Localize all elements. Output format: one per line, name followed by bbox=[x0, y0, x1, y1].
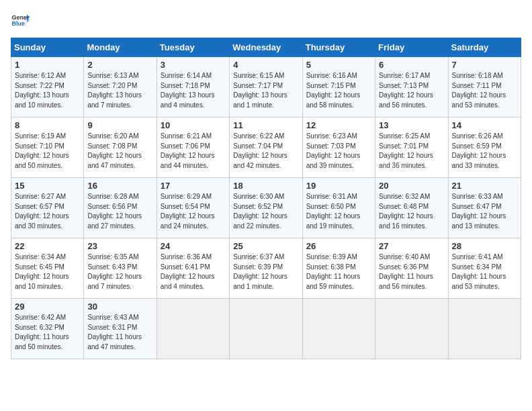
calendar-cell bbox=[157, 299, 229, 359]
calendar-cell: 20 Sunrise: 6:32 AM Sunset: 6:48 PM Dayl… bbox=[375, 178, 448, 238]
day-number: 23 bbox=[87, 241, 152, 251]
day-info: Sunrise: 6:21 AM Sunset: 7:06 PM Dayligh… bbox=[161, 132, 226, 171]
day-info: Sunrise: 6:19 AM Sunset: 7:10 PM Dayligh… bbox=[15, 132, 80, 171]
col-header-monday: Monday bbox=[84, 38, 157, 57]
col-header-tuesday: Tuesday bbox=[157, 38, 229, 57]
calendar-cell: 30 Sunrise: 6:43 AM Sunset: 6:31 PM Dayl… bbox=[84, 299, 157, 359]
day-info: Sunrise: 6:40 AM Sunset: 6:36 PM Dayligh… bbox=[379, 253, 444, 291]
day-info: Sunrise: 6:29 AM Sunset: 6:54 PM Dayligh… bbox=[161, 192, 226, 231]
calendar-cell: 29 Sunrise: 6:42 AM Sunset: 6:32 PM Dayl… bbox=[11, 299, 84, 359]
day-info: Sunrise: 6:16 AM Sunset: 7:15 PM Dayligh… bbox=[306, 71, 371, 110]
day-number: 24 bbox=[161, 241, 226, 251]
day-info: Sunrise: 6:30 AM Sunset: 6:52 PM Dayligh… bbox=[233, 192, 298, 231]
logo: General Blue bbox=[11, 11, 34, 30]
calendar-cell: 15 Sunrise: 6:27 AM Sunset: 6:57 PM Dayl… bbox=[11, 178, 84, 238]
calendar-cell: 1 Sunrise: 6:12 AM Sunset: 7:22 PM Dayli… bbox=[11, 57, 84, 118]
day-info: Sunrise: 6:23 AM Sunset: 7:03 PM Dayligh… bbox=[306, 132, 371, 171]
day-info: Sunrise: 6:27 AM Sunset: 6:57 PM Dayligh… bbox=[15, 192, 80, 231]
day-info: Sunrise: 6:37 AM Sunset: 6:39 PM Dayligh… bbox=[233, 253, 298, 291]
calendar-cell: 27 Sunrise: 6:40 AM Sunset: 6:36 PM Dayl… bbox=[375, 238, 448, 299]
day-number: 14 bbox=[452, 120, 517, 130]
day-number: 9 bbox=[87, 120, 152, 130]
day-number: 17 bbox=[161, 181, 226, 191]
day-number: 8 bbox=[15, 120, 80, 130]
logo-icon: General Blue bbox=[11, 11, 30, 30]
day-info: Sunrise: 6:20 AM Sunset: 7:08 PM Dayligh… bbox=[87, 132, 152, 171]
day-number: 26 bbox=[306, 241, 371, 251]
col-header-wednesday: Wednesday bbox=[230, 38, 302, 57]
calendar-cell: 9 Sunrise: 6:20 AM Sunset: 7:08 PM Dayli… bbox=[84, 118, 157, 178]
calendar-cell: 13 Sunrise: 6:25 AM Sunset: 7:01 PM Dayl… bbox=[375, 118, 448, 178]
calendar-cell: 22 Sunrise: 6:34 AM Sunset: 6:45 PM Dayl… bbox=[11, 238, 84, 299]
day-number: 28 bbox=[452, 241, 517, 251]
calendar-cell: 18 Sunrise: 6:30 AM Sunset: 6:52 PM Dayl… bbox=[230, 178, 302, 238]
day-info: Sunrise: 6:34 AM Sunset: 6:45 PM Dayligh… bbox=[15, 253, 80, 291]
calendar-cell: 7 Sunrise: 6:18 AM Sunset: 7:11 PM Dayli… bbox=[448, 57, 521, 118]
day-number: 20 bbox=[379, 181, 444, 191]
calendar-cell: 8 Sunrise: 6:19 AM Sunset: 7:10 PM Dayli… bbox=[11, 118, 84, 178]
calendar-cell: 26 Sunrise: 6:39 AM Sunset: 6:38 PM Dayl… bbox=[302, 238, 375, 299]
day-info: Sunrise: 6:25 AM Sunset: 7:01 PM Dayligh… bbox=[379, 132, 444, 171]
day-info: Sunrise: 6:18 AM Sunset: 7:11 PM Dayligh… bbox=[452, 71, 517, 110]
day-number: 27 bbox=[379, 241, 444, 251]
day-number: 15 bbox=[15, 181, 80, 191]
day-number: 2 bbox=[87, 60, 152, 70]
calendar-cell: 5 Sunrise: 6:16 AM Sunset: 7:15 PM Dayli… bbox=[302, 57, 375, 118]
calendar-cell: 14 Sunrise: 6:26 AM Sunset: 6:59 PM Dayl… bbox=[448, 118, 521, 178]
day-info: Sunrise: 6:39 AM Sunset: 6:38 PM Dayligh… bbox=[306, 253, 371, 291]
day-info: Sunrise: 6:22 AM Sunset: 7:04 PM Dayligh… bbox=[233, 132, 298, 171]
day-info: Sunrise: 6:13 AM Sunset: 7:20 PM Dayligh… bbox=[87, 71, 152, 110]
svg-text:Blue: Blue bbox=[11, 20, 25, 27]
day-info: Sunrise: 6:41 AM Sunset: 6:34 PM Dayligh… bbox=[452, 253, 517, 291]
calendar-cell: 3 Sunrise: 6:14 AM Sunset: 7:18 PM Dayli… bbox=[157, 57, 229, 118]
calendar-cell: 17 Sunrise: 6:29 AM Sunset: 6:54 PM Dayl… bbox=[157, 178, 229, 238]
day-info: Sunrise: 6:14 AM Sunset: 7:18 PM Dayligh… bbox=[161, 71, 226, 110]
calendar-cell bbox=[375, 299, 448, 359]
day-number: 7 bbox=[452, 60, 517, 70]
calendar-cell: 28 Sunrise: 6:41 AM Sunset: 6:34 PM Dayl… bbox=[448, 238, 521, 299]
day-number: 30 bbox=[87, 302, 152, 312]
day-number: 10 bbox=[161, 120, 226, 130]
day-number: 13 bbox=[379, 120, 444, 130]
day-number: 3 bbox=[161, 60, 226, 70]
day-number: 5 bbox=[306, 60, 371, 70]
calendar-cell: 11 Sunrise: 6:22 AM Sunset: 7:04 PM Dayl… bbox=[230, 118, 302, 178]
calendar-table: SundayMondayTuesdayWednesdayThursdayFrid… bbox=[11, 38, 521, 359]
calendar-cell: 24 Sunrise: 6:36 AM Sunset: 6:41 PM Dayl… bbox=[157, 238, 229, 299]
day-info: Sunrise: 6:43 AM Sunset: 6:31 PM Dayligh… bbox=[87, 313, 152, 352]
day-number: 21 bbox=[452, 181, 517, 191]
day-info: Sunrise: 6:31 AM Sunset: 6:50 PM Dayligh… bbox=[306, 192, 371, 231]
day-number: 18 bbox=[233, 181, 298, 191]
calendar-cell bbox=[448, 299, 521, 359]
col-header-thursday: Thursday bbox=[302, 38, 375, 57]
day-info: Sunrise: 6:33 AM Sunset: 6:47 PM Dayligh… bbox=[452, 192, 517, 231]
day-info: Sunrise: 6:15 AM Sunset: 7:17 PM Dayligh… bbox=[233, 71, 298, 110]
day-number: 12 bbox=[306, 120, 371, 130]
day-number: 25 bbox=[233, 241, 298, 251]
day-info: Sunrise: 6:17 AM Sunset: 7:13 PM Dayligh… bbox=[379, 71, 444, 110]
day-number: 4 bbox=[233, 60, 298, 70]
calendar-cell: 25 Sunrise: 6:37 AM Sunset: 6:39 PM Dayl… bbox=[230, 238, 302, 299]
calendar-cell: 19 Sunrise: 6:31 AM Sunset: 6:50 PM Dayl… bbox=[302, 178, 375, 238]
col-header-sunday: Sunday bbox=[11, 38, 84, 57]
day-number: 1 bbox=[15, 60, 80, 70]
page-header: General Blue bbox=[11, 11, 521, 30]
day-info: Sunrise: 6:42 AM Sunset: 6:32 PM Dayligh… bbox=[15, 313, 80, 352]
day-info: Sunrise: 6:36 AM Sunset: 6:41 PM Dayligh… bbox=[161, 253, 226, 291]
calendar-cell bbox=[230, 299, 302, 359]
day-info: Sunrise: 6:35 AM Sunset: 6:43 PM Dayligh… bbox=[87, 253, 152, 291]
col-header-saturday: Saturday bbox=[448, 38, 521, 57]
day-info: Sunrise: 6:28 AM Sunset: 6:56 PM Dayligh… bbox=[87, 192, 152, 231]
calendar-cell: 12 Sunrise: 6:23 AM Sunset: 7:03 PM Dayl… bbox=[302, 118, 375, 178]
day-number: 22 bbox=[15, 241, 80, 251]
calendar-cell: 2 Sunrise: 6:13 AM Sunset: 7:20 PM Dayli… bbox=[84, 57, 157, 118]
day-info: Sunrise: 6:12 AM Sunset: 7:22 PM Dayligh… bbox=[15, 71, 80, 110]
day-info: Sunrise: 6:26 AM Sunset: 6:59 PM Dayligh… bbox=[452, 132, 517, 171]
day-number: 6 bbox=[379, 60, 444, 70]
calendar-cell bbox=[302, 299, 375, 359]
day-number: 16 bbox=[87, 181, 152, 191]
day-number: 19 bbox=[306, 181, 371, 191]
calendar-cell: 23 Sunrise: 6:35 AM Sunset: 6:43 PM Dayl… bbox=[84, 238, 157, 299]
calendar-cell: 10 Sunrise: 6:21 AM Sunset: 7:06 PM Dayl… bbox=[157, 118, 229, 178]
day-info: Sunrise: 6:32 AM Sunset: 6:48 PM Dayligh… bbox=[379, 192, 444, 231]
